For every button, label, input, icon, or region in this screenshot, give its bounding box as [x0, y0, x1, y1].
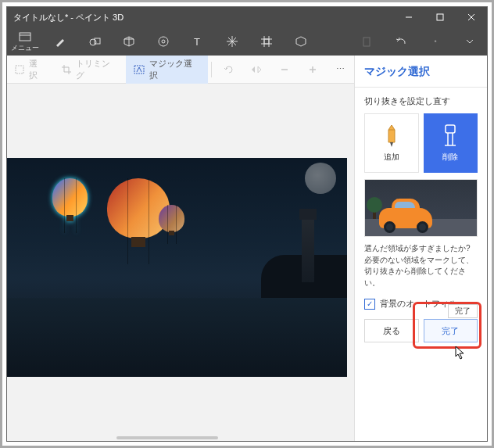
2d-shapes-button[interactable]	[77, 27, 112, 56]
redo-button: •	[418, 27, 453, 56]
magic-select-tool[interactable]: マジック選択	[126, 56, 208, 84]
text-icon: T	[193, 35, 202, 48]
ribbon-toolbar: メニュー T •	[7, 27, 487, 56]
done-button[interactable]: 完了	[424, 319, 478, 342]
sub-toolbar: 選択 トリミング マジック選択 ⋯	[7, 56, 354, 84]
preview-illustration	[364, 179, 478, 237]
trimming-label: トリミング	[76, 58, 118, 81]
svg-text:T: T	[194, 37, 200, 46]
shapes-2d-icon	[88, 35, 101, 48]
autofill-label: 背景のオートフィル	[380, 298, 457, 310]
undo-button[interactable]	[384, 27, 418, 56]
magic-select-label: マジック選択	[149, 58, 200, 81]
canvas-area[interactable]	[7, 84, 354, 441]
paste-icon	[362, 35, 371, 48]
more-icon: ⋯	[336, 64, 345, 74]
3d-shapes-button[interactable]	[112, 27, 146, 56]
panel-subhead: 切り抜きを設定し直す	[364, 95, 478, 107]
menu-icon	[19, 30, 31, 43]
minimize-button[interactable]	[393, 7, 424, 27]
flip-icon	[251, 65, 262, 74]
sticker-icon	[158, 35, 169, 48]
balloon-small	[159, 205, 184, 244]
trimming-tool: トリミング	[54, 56, 126, 84]
canvas-image	[7, 158, 347, 377]
more-button[interactable]: ⋯	[326, 56, 354, 84]
menu-button[interactable]: メニュー	[7, 27, 43, 56]
brushes-button[interactable]	[43, 27, 77, 56]
select-icon	[15, 65, 24, 74]
redo-icon: •	[434, 35, 436, 48]
library-icon	[295, 35, 306, 48]
svg-rect-4	[20, 33, 30, 41]
3d-library-button[interactable]	[284, 27, 318, 56]
canvas-button[interactable]	[249, 27, 284, 56]
rotate-button	[215, 56, 243, 84]
zoom-in-button	[299, 56, 327, 84]
eraser-icon	[441, 124, 460, 147]
balloon-selected	[52, 178, 88, 233]
svg-rect-1	[437, 14, 443, 20]
remove-tool[interactable]: 削除	[424, 113, 478, 173]
shapes-3d-icon	[123, 35, 134, 48]
svg-point-8	[159, 37, 168, 46]
svg-rect-20	[363, 38, 370, 46]
window-title: タイトルなし* - ペイント 3D	[7, 12, 393, 23]
menu-label: メニュー	[11, 43, 39, 53]
maximize-button[interactable]	[424, 7, 456, 27]
scrollbar-horizontal[interactable]	[116, 436, 218, 439]
stickers-button[interactable]	[146, 27, 181, 56]
brush-icon	[55, 35, 66, 48]
magic-select-icon	[134, 65, 145, 74]
plus-icon	[308, 65, 317, 74]
undo-icon	[396, 35, 406, 48]
minus-icon	[280, 65, 289, 74]
done-tooltip: 完了	[448, 304, 478, 318]
svg-rect-15	[264, 39, 269, 44]
crop-icon	[62, 65, 71, 74]
select-label: 選択	[29, 58, 46, 81]
effects-icon	[227, 35, 238, 48]
hint-text: 選んだ領域が多すぎましたか? 必要のない領域をマークして、切り抜きから削除してく…	[364, 243, 478, 289]
close-button[interactable]	[456, 7, 487, 27]
pencil-icon	[384, 124, 399, 147]
select-tool: 選択	[7, 56, 54, 84]
history-dropdown[interactable]	[453, 27, 487, 56]
effects-button[interactable]	[215, 27, 249, 56]
rotate-icon	[224, 64, 234, 75]
cursor-icon	[455, 346, 466, 360]
svg-rect-21	[16, 66, 23, 73]
titlebar: タイトルなし* - ペイント 3D	[7, 7, 487, 27]
zoom-out-button	[270, 56, 299, 84]
remove-tool-label: 削除	[442, 152, 458, 163]
svg-point-9	[162, 40, 165, 43]
canvas-icon	[261, 35, 272, 48]
svg-rect-7	[95, 38, 100, 44]
back-button[interactable]: 戻る	[364, 319, 419, 342]
add-tool-label: 追加	[384, 152, 399, 163]
side-panel: マジック選択 切り抜きを設定し直す 追加 削除 選んだ領域が多すぎましたか?	[354, 56, 487, 441]
svg-rect-26	[446, 125, 455, 133]
svg-point-6	[90, 39, 96, 45]
text-button[interactable]: T	[181, 27, 215, 56]
paste-button	[349, 27, 384, 56]
flip-button	[243, 56, 271, 84]
checkbox-checked-icon: ✓	[364, 299, 375, 310]
chevron-down-icon	[466, 35, 474, 48]
add-tool[interactable]: 追加	[364, 113, 419, 173]
panel-heading: マジック選択	[364, 65, 478, 79]
